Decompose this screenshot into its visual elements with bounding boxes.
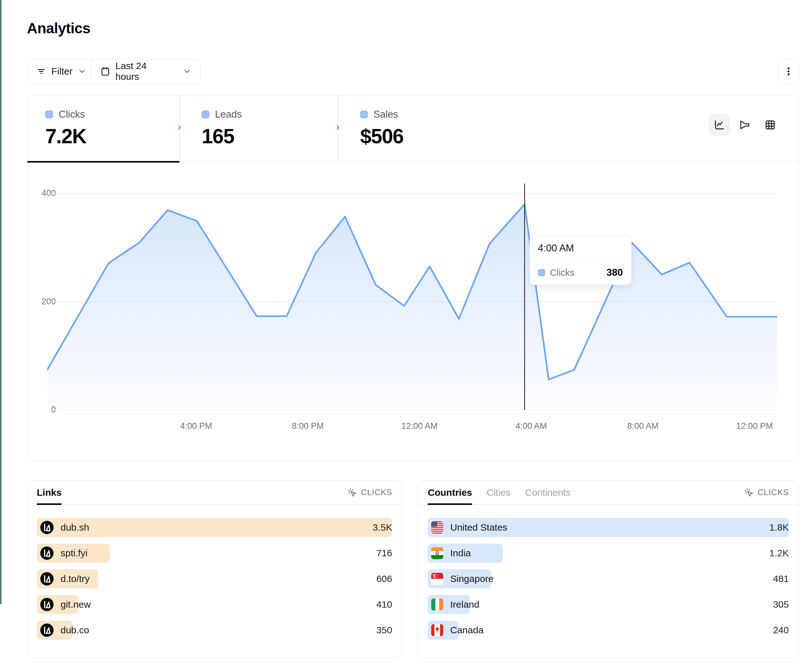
date-range-button[interactable]: Last 24 hours: [91, 59, 201, 84]
list-item-value: 410: [376, 599, 392, 610]
x-axis-label: 12:00 AM: [401, 421, 438, 431]
list-item-value: 481: [773, 573, 789, 584]
page-title: Analytics: [27, 20, 90, 37]
dub-logo-avatar: [40, 624, 54, 637]
filter-button[interactable]: Filter: [27, 59, 96, 84]
list-item-label: United States: [450, 522, 507, 533]
funnel-view-button[interactable]: [734, 114, 755, 135]
list-item-label: dub.co: [61, 625, 89, 636]
list-item[interactable]: Ireland305: [428, 595, 789, 614]
stat-label: Leads: [215, 109, 242, 120]
countries-panel: Countries Cities Continents CLICKS Unite…: [418, 480, 799, 658]
x-axis-label: 4:00 AM: [515, 421, 547, 431]
expand-sales-button[interactable]: [331, 121, 345, 135]
list-item-value: 1.8K: [769, 522, 789, 533]
us-flag-icon: [431, 522, 443, 534]
tab-cities[interactable]: Cities: [487, 481, 510, 504]
stats-tabs-row: Clicks 7.2K Leads 165 Sales $506: [27, 96, 798, 162]
in-flag-icon: [431, 547, 443, 559]
list-item[interactable]: d.to/try606: [37, 569, 392, 588]
kebab-menu-icon: [783, 66, 794, 77]
chevron-right-icon: [176, 124, 183, 131]
tab-links[interactable]: Links: [37, 481, 61, 504]
list-item-label: git.new: [61, 599, 91, 610]
expand-leads-button[interactable]: [172, 121, 187, 135]
list-item[interactable]: dub.co350: [37, 621, 392, 640]
list-item[interactable]: Singapore481: [428, 569, 789, 588]
list-item-label: spti.fyi: [61, 548, 87, 559]
stat-value: $506: [360, 125, 403, 148]
clicks-series-marker-icon: [45, 111, 53, 118]
grid-table-icon: [764, 119, 776, 131]
cursor-click-icon: [744, 488, 754, 497]
links-list: dub.sh3.5Kspti.fyi716d.to/try606git.new4…: [27, 505, 402, 640]
dub-logo-avatar: [40, 572, 54, 585]
tab-continents[interactable]: Continents: [525, 481, 570, 504]
date-range-label: Last 24 hours: [115, 61, 172, 82]
dub-logo-avatar: [40, 521, 54, 534]
area-fill: [47, 204, 777, 410]
cursor-click-icon: [348, 488, 357, 497]
chart-tooltip: 4:00 AM Clicks 380: [529, 236, 631, 285]
list-item-label: Canada: [450, 625, 483, 636]
list-item[interactable]: spti.fyi716: [37, 544, 392, 563]
chevron-right-icon: [334, 124, 341, 131]
list-item-label: Ireland: [450, 599, 479, 610]
countries-list: United States1.8KIndia1.2KSingapore481Ir…: [418, 505, 798, 640]
page-left-accent-border: [0, 0, 2, 604]
clicks-series-marker-icon: [538, 269, 545, 276]
x-axis-label: 8:00 AM: [627, 421, 658, 431]
ca-flag-icon: [431, 624, 443, 636]
sales-series-marker-icon: [360, 111, 368, 118]
list-item-label: Singapore: [450, 573, 494, 584]
tab-leads[interactable]: Leads 165: [202, 109, 242, 148]
leads-series-marker-icon: [202, 111, 209, 118]
more-options-button[interactable]: [778, 59, 799, 84]
list-item-value: 606: [376, 573, 392, 584]
metric-label: CLICKS: [757, 488, 789, 497]
links-panel: Links CLICKS dub.sh3.5Kspti.fyi716d.to/t…: [27, 480, 402, 658]
stat-value: 7.2K: [45, 125, 86, 148]
list-item-value: 716: [376, 548, 392, 559]
filter-icon: [36, 66, 46, 77]
list-item-value: 3.5K: [372, 522, 392, 533]
tab-clicks[interactable]: Clicks 7.2K: [45, 109, 86, 148]
x-axis-label: 8:00 PM: [292, 421, 324, 431]
ie-flag-icon: [431, 599, 443, 611]
funnel-icon: [739, 119, 751, 131]
tab-sales[interactable]: Sales $506: [360, 109, 403, 148]
analytics-chart-card: Clicks 7.2K Leads 165 Sales $506: [27, 95, 799, 461]
line-chart-view-button[interactable]: [709, 114, 730, 135]
chevron-down-icon: [183, 67, 191, 76]
list-item[interactable]: United States1.8K: [428, 518, 789, 537]
table-view-button[interactable]: [760, 114, 781, 135]
tooltip-value: 380: [607, 267, 623, 278]
list-item-value: 240: [773, 625, 789, 636]
stat-label: Clicks: [59, 109, 85, 120]
list-item[interactable]: git.new410: [37, 595, 392, 614]
list-item-value: 1.2K: [769, 548, 789, 559]
calendar-icon: [100, 66, 110, 77]
chevron-down-icon: [78, 67, 87, 76]
line-chart-icon: [713, 119, 725, 131]
active-tab-underline: [27, 161, 179, 163]
list-item-value: 305: [773, 599, 789, 610]
sg-flag-icon: [431, 573, 443, 585]
chart-view-switcher: [709, 114, 781, 135]
list-item-label: India: [450, 548, 471, 559]
stat-label: Sales: [374, 109, 398, 120]
dub-logo-avatar: [40, 598, 54, 611]
countries-metric-selector[interactable]: CLICKS: [744, 488, 789, 497]
list-item-value: 350: [376, 625, 392, 636]
list-item[interactable]: India1.2K: [428, 544, 789, 563]
list-item[interactable]: Canada240: [428, 621, 789, 640]
tooltip-time: 4:00 AM: [530, 236, 631, 261]
links-metric-selector[interactable]: CLICKS: [348, 488, 392, 497]
list-item[interactable]: dub.sh3.5K: [37, 518, 392, 537]
filter-button-label: Filter: [51, 66, 73, 77]
list-item-label: d.to/try: [61, 573, 90, 584]
tab-countries[interactable]: Countries: [428, 481, 472, 504]
dub-logo-avatar: [40, 546, 54, 560]
metric-label: CLICKS: [361, 488, 392, 497]
clicks-area-chart[interactable]: [47, 172, 777, 413]
